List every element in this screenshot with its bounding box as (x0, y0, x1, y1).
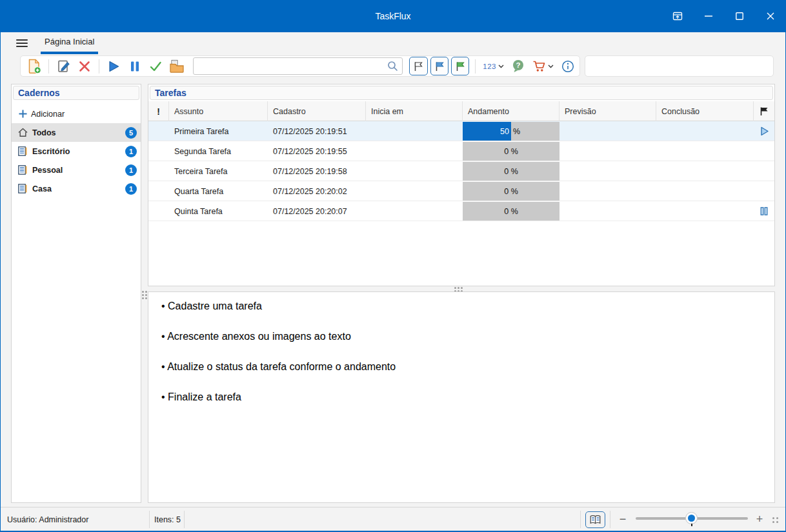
sidebar-item-casa[interactable]: Casa 1 (12, 179, 141, 198)
search-input[interactable] (194, 58, 387, 74)
progress-bar: 0 % (463, 182, 559, 201)
svg-text:?: ? (516, 61, 521, 69)
move-to-notebook-button[interactable] (168, 57, 185, 75)
statusbar-separator (184, 511, 185, 528)
items-count-label: Itens: 5 (154, 507, 181, 531)
vertical-splitter-handle[interactable] (142, 291, 147, 299)
task-table-header: ! Assunto Cadastro Inicia em Andamento P… (148, 101, 774, 121)
pause-task-button[interactable] (126, 57, 143, 75)
cart-icon (532, 60, 546, 72)
flag-column-header[interactable] (754, 101, 774, 121)
row-play-icon[interactable] (754, 126, 774, 137)
home-icon (14, 127, 31, 138)
numbering-label: 123 (483, 63, 496, 70)
column-header-cadastro[interactable]: Cadastro (268, 101, 366, 121)
delete-task-button[interactable] (76, 57, 93, 75)
toolbar-pin-icon[interactable] (668, 7, 687, 25)
help-button[interactable]: ? (512, 59, 525, 73)
menu-bar: Página Inicial (1, 32, 785, 54)
task-created-at: 07/12/2025 20:19:55 (268, 147, 366, 156)
open-book-icon (589, 515, 601, 525)
column-header-previsao[interactable]: Previsão (559, 101, 656, 121)
task-progress-cell: 50 % (463, 121, 559, 141)
tab-pagina-inicial[interactable]: Página Inicial (41, 32, 98, 54)
task-row[interactable]: Quinta Tarefa 07/12/2025 20:20:07 0 % (148, 201, 774, 221)
flag-icon (760, 106, 769, 116)
task-subject: Quarta Tarefa (169, 187, 268, 196)
item-count-badge: 5 (125, 127, 137, 139)
task-created-at: 07/12/2025 20:19:51 (268, 127, 366, 136)
sidebar-item-todos[interactable]: Todos 5 (12, 123, 141, 142)
edit-task-button[interactable] (55, 57, 72, 75)
flag-green-filter-button[interactable] (451, 57, 469, 75)
tasks-panel-header: Tarefas (150, 86, 773, 100)
task-subject: Quinta Tarefa (169, 207, 268, 216)
sidebar-item-label: Casa (32, 184, 125, 193)
complete-task-button[interactable] (147, 57, 164, 75)
sidebar-item-escritório[interactable]: Escritório 1 (12, 142, 141, 161)
flag-none-filter-button[interactable] (409, 57, 427, 75)
task-row[interactable]: Segunda Tarefa 07/12/2025 20:19:55 0 % (148, 141, 774, 161)
task-progress-cell: 0 % (463, 141, 559, 161)
task-row[interactable]: Terceira Tarefa 07/12/2025 20:19:58 0 % (148, 161, 774, 181)
new-task-button[interactable] (26, 57, 43, 75)
sidebar-list: Adicionar Todos 5 Escritório 1 Pessoal 1… (12, 101, 141, 198)
notebook-icon (14, 146, 31, 157)
sidebar-item-label: Pessoal (32, 166, 125, 175)
task-progress-cell: 0 % (463, 181, 559, 201)
notebooks-panel-header: Cadernos (13, 86, 139, 100)
sidebar-item-label: Escritório (32, 147, 125, 156)
plus-icon (14, 109, 31, 119)
toolbar-separator (48, 59, 49, 74)
column-header-conclusao[interactable]: Conclusão (656, 101, 754, 121)
row-pause-icon[interactable] (754, 206, 774, 216)
sidebar-item-pessoal[interactable]: Pessoal 1 (12, 161, 141, 179)
progress-bar: 0 % (463, 142, 559, 161)
resize-grip[interactable] (772, 517, 778, 523)
priority-column-header[interactable]: ! (148, 101, 169, 121)
task-subject: Primeira Tarefa (169, 127, 268, 136)
close-button[interactable] (761, 7, 780, 25)
store-cart-dropdown[interactable] (532, 60, 554, 72)
flag-blue-filter-button[interactable] (430, 57, 448, 75)
statusbar-separator (580, 511, 581, 528)
notebook-icon (14, 164, 31, 175)
zoom-slider-thumb[interactable] (685, 512, 698, 524)
numbering-dropdown[interactable]: 123 (483, 63, 504, 70)
app-window: TaskFlux Página Inicial (0, 0, 786, 532)
hamburger-menu-icon[interactable] (15, 38, 29, 48)
task-created-at: 07/12/2025 20:20:02 (268, 187, 366, 196)
task-row[interactable]: Quarta Tarefa 07/12/2025 20:20:02 0 % (148, 181, 774, 201)
zoom-slider[interactable] (636, 517, 748, 520)
notebooks-panel: Cadernos Adicionar Todos 5 Escritório 1 … (11, 84, 141, 503)
reading-view-button[interactable] (585, 511, 605, 528)
task-subject: Terceira Tarefa (169, 167, 268, 176)
column-header-andamento[interactable]: Andamento (463, 101, 559, 121)
zoom-in-button[interactable]: + (752, 511, 767, 528)
chevron-down-icon (498, 64, 504, 68)
tasks-panel: Tarefas ! Assunto Cadastro Inicia em And… (148, 84, 775, 286)
statusbar-separator (610, 511, 610, 528)
statusbar-separator (149, 511, 150, 528)
task-progress-cell: 0 % (463, 201, 559, 221)
task-subject: Segunda Tarefa (169, 147, 268, 156)
task-created-at: 07/12/2025 20:20:07 (268, 207, 366, 216)
minimize-button[interactable] (699, 7, 718, 25)
task-description-editor[interactable]: Cadastre uma tarefaAcrescente anexos ou … (148, 291, 775, 503)
search-icon[interactable] (387, 61, 398, 72)
toolbar-strip: 123 ? (1, 54, 785, 80)
column-header-inicia-em[interactable]: Inicia em (366, 101, 463, 121)
progress-bar: 0 % (463, 202, 559, 221)
notebook-icon (14, 183, 31, 194)
column-header-assunto[interactable]: Assunto (169, 101, 268, 121)
zoom-out-button[interactable]: − (615, 511, 630, 528)
item-count-badge: 1 (125, 183, 137, 195)
task-row[interactable]: Primeira Tarefa 07/12/2025 20:19:51 50 % (148, 121, 774, 141)
add-notebook-button[interactable]: Adicionar (12, 104, 141, 123)
progress-bar: 50 % (463, 122, 559, 141)
zoom-slider-tick (691, 524, 692, 526)
maximize-button[interactable] (730, 7, 749, 25)
start-task-button[interactable] (105, 57, 122, 75)
info-button[interactable] (561, 60, 574, 73)
title-bar: TaskFlux (1, 0, 785, 32)
